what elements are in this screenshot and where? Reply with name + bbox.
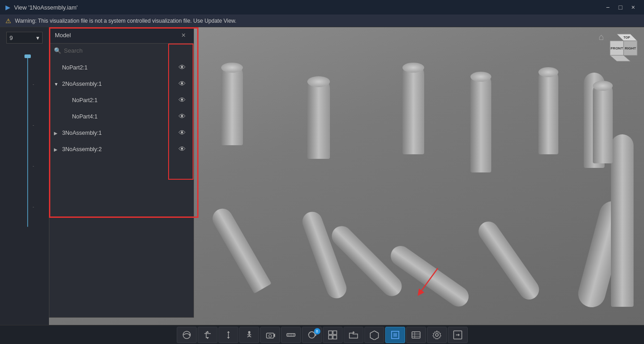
cylinder-angled-2 bbox=[300, 209, 349, 301]
view-cube[interactable]: TOP FRONT RIGHT bbox=[608, 32, 639, 64]
visibility-icon bbox=[411, 330, 421, 340]
cylinder-angled-5 bbox=[475, 218, 543, 304]
toolbar-settings-button[interactable] bbox=[427, 327, 447, 343]
open-icon bbox=[349, 330, 358, 340]
svg-marker-6 bbox=[610, 55, 630, 61]
cylinder-5 bbox=[538, 68, 558, 154]
model-panel: Model × 🔍 NoPart2:1 👁 ▼ bbox=[49, 27, 194, 318]
number-dropdown[interactable]: 9 ▾ bbox=[6, 32, 43, 44]
zoom-icon bbox=[223, 330, 233, 340]
tree-item-2noassembly-1[interactable]: ▼ 2NoAssembly:1 👁 bbox=[49, 76, 194, 92]
cylinder-back-right bbox=[593, 82, 613, 163]
app-icon: ▶ bbox=[5, 4, 10, 11]
svg-rect-32 bbox=[329, 331, 332, 334]
cylinder-2 bbox=[307, 77, 330, 159]
tick-1: - bbox=[33, 82, 34, 87]
toolbar-zoom-button[interactable] bbox=[218, 327, 238, 343]
dropdown-arrow: ▾ bbox=[36, 34, 39, 41]
tick-3: - bbox=[33, 163, 34, 168]
tree-label-nopart4: NoPart4:1 bbox=[72, 113, 97, 120]
svg-marker-38 bbox=[370, 331, 378, 340]
toolbar-assembly1-button[interactable] bbox=[323, 327, 343, 343]
eye-button-3noassembly-1[interactable]: 👁 bbox=[175, 126, 189, 140]
orbit-icon bbox=[182, 330, 192, 340]
walk-icon bbox=[244, 330, 254, 340]
tick-2: - bbox=[33, 123, 34, 128]
toolbar-orbit-button[interactable] bbox=[177, 327, 197, 343]
number-value: 9 bbox=[10, 34, 13, 41]
toolbar-open-button[interactable] bbox=[344, 327, 363, 343]
tree-item-nopart4-1[interactable]: NoPart4:1 👁 bbox=[49, 108, 194, 125]
tree-arrow-2noassembly-1: ▼ bbox=[54, 82, 60, 87]
svg-marker-15 bbox=[227, 337, 230, 339]
toolbar-walk-button[interactable] bbox=[239, 327, 259, 343]
toolbar-rotate-button[interactable]: 8 bbox=[302, 327, 322, 343]
maximize-button[interactable]: □ bbox=[615, 2, 626, 13]
search-input[interactable] bbox=[64, 47, 189, 54]
cylinder-angled-1 bbox=[209, 205, 271, 294]
cylinder-back-right-top bbox=[593, 81, 613, 91]
eye-button-nopart2-child[interactable]: 👁 bbox=[175, 93, 189, 107]
svg-rect-35 bbox=[333, 335, 337, 339]
eye-button-nopart4[interactable]: 👁 bbox=[175, 110, 189, 123]
svg-rect-33 bbox=[333, 331, 337, 334]
tick-4: - bbox=[33, 204, 34, 209]
toolbar-pan-button[interactable] bbox=[198, 327, 218, 343]
svg-marker-37 bbox=[352, 331, 355, 333]
model-panel-title: Model bbox=[55, 32, 71, 39]
svg-point-45 bbox=[436, 334, 438, 336]
toolbar-part-button[interactable] bbox=[364, 327, 384, 343]
tree-label-nopart2-child: NoPart2:1 bbox=[72, 97, 97, 103]
toolbar-export-button[interactable] bbox=[448, 327, 468, 343]
cylinder-1-top bbox=[221, 63, 243, 73]
tree-item-3noassembly-1[interactable]: ▶ 3NoAssembly:1 👁 bbox=[49, 125, 194, 141]
settings-icon bbox=[432, 330, 442, 340]
toolbar-highlight-button[interactable] bbox=[385, 327, 405, 343]
slider-handle[interactable] bbox=[24, 54, 31, 58]
tree-label-2noassembly-1: 2NoAssembly:1 bbox=[62, 81, 102, 87]
titlebar-left: ▶ View '1NoAssembly.iam' bbox=[5, 4, 77, 11]
cylinder-4-top bbox=[470, 72, 491, 82]
toolbar-visibility-button[interactable] bbox=[406, 327, 426, 343]
cylinder-3-top bbox=[402, 63, 424, 73]
pan-icon bbox=[203, 330, 213, 340]
eye-button-3noassembly-2[interactable]: 👁 bbox=[175, 143, 189, 156]
svg-rect-40 bbox=[393, 333, 397, 337]
svg-point-16 bbox=[248, 331, 250, 333]
minimize-button[interactable]: − bbox=[602, 2, 613, 13]
left-sidebar: 9 ▾ - - - - bbox=[0, 27, 49, 325]
svg-text:TOP: TOP bbox=[624, 36, 630, 39]
cylinder-4 bbox=[470, 73, 491, 172]
cylinder-angled-4 bbox=[387, 242, 473, 310]
tree-item-nopart2-1[interactable]: NoPart2:1 👁 bbox=[49, 59, 194, 76]
eye-button-nopart2-1[interactable]: 👁 bbox=[175, 61, 189, 74]
warning-icon: ⚠ bbox=[5, 17, 11, 25]
cylinder-far-right bbox=[611, 134, 634, 307]
main-area: 9 ▾ - - - - bbox=[0, 27, 644, 325]
tree-item-3noassembly-2[interactable]: ▶ 3NoAssembly:2 👁 bbox=[49, 141, 194, 157]
tree-arrow-3noassembly-2: ▶ bbox=[54, 147, 60, 152]
model-panel-close-button[interactable]: × bbox=[179, 31, 188, 40]
search-icon: 🔍 bbox=[54, 47, 61, 54]
view-cube-svg: TOP FRONT RIGHT bbox=[608, 32, 639, 64]
home-button[interactable]: ⌂ bbox=[599, 32, 604, 42]
cylinder-1 bbox=[221, 64, 243, 145]
export-icon bbox=[453, 330, 463, 340]
svg-marker-48 bbox=[458, 334, 460, 336]
close-button[interactable]: × bbox=[628, 2, 639, 13]
camera-icon bbox=[265, 330, 275, 340]
svg-marker-14 bbox=[227, 331, 230, 333]
toolbar-camera-button[interactable] bbox=[260, 327, 280, 343]
svg-marker-11 bbox=[206, 331, 209, 333]
model-panel-header: Model × bbox=[49, 27, 194, 44]
tree-arrow-3noassembly-1: ▶ bbox=[54, 131, 60, 136]
svg-rect-34 bbox=[329, 335, 332, 339]
tree-item-nopart2-1-child[interactable]: NoPart2:1 👁 bbox=[49, 92, 194, 108]
titlebar-controls: − □ × bbox=[602, 2, 639, 13]
warning-text: Warning: This visualization file is not … bbox=[15, 18, 237, 24]
toolbar-badge-8: 8 bbox=[314, 328, 320, 334]
toolbar-measure-button[interactable] bbox=[281, 327, 301, 343]
cylinder-2-top bbox=[307, 76, 330, 87]
search-area: 🔍 bbox=[49, 44, 194, 58]
eye-button-2noassembly-1[interactable]: 👁 bbox=[175, 77, 189, 91]
